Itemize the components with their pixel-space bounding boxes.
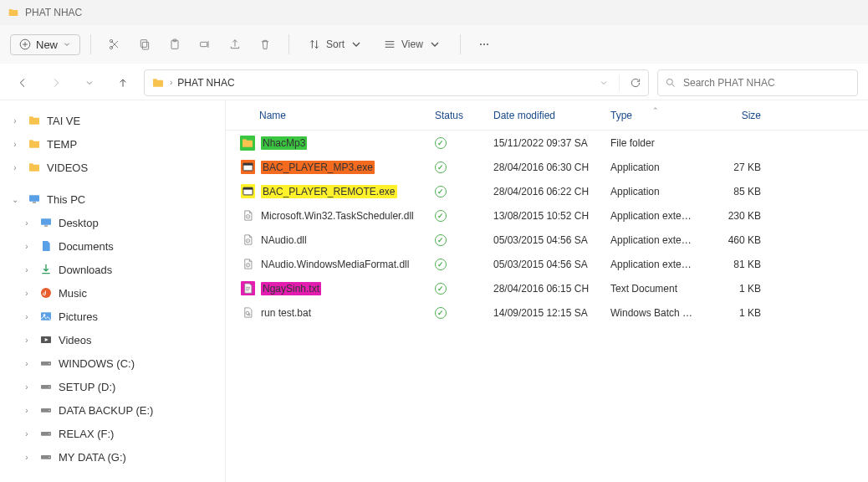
cell-type: Application exten... xyxy=(602,234,702,246)
column-size[interactable]: Size xyxy=(702,110,769,121)
chevron-right-icon[interactable]: › xyxy=(20,406,33,415)
column-date[interactable]: Date modified xyxy=(485,110,602,121)
file-row[interactable]: BAC_PLAYER_REMOTE.exe ✓ 28/04/2016 06:22… xyxy=(226,179,868,203)
chevron-right-icon[interactable]: › xyxy=(20,265,33,274)
up-button[interactable] xyxy=(110,70,135,95)
drive-icon xyxy=(38,356,54,371)
cell-date: 28/04/2016 06:22 CH xyxy=(485,186,602,197)
view-button[interactable]: View xyxy=(375,31,450,58)
cell-status: ✓ xyxy=(426,161,485,173)
chevron-right-icon[interactable]: › xyxy=(8,140,22,149)
file-row[interactable]: Microsoft.Win32.TaskScheduler.dll ✓ 13/0… xyxy=(226,203,868,228)
folder-icon xyxy=(27,136,42,151)
share-button[interactable] xyxy=(222,31,248,58)
sort-button[interactable]: Sort xyxy=(299,31,371,58)
sidebar-item-location[interactable]: › SETUP (D:) xyxy=(5,375,220,398)
sidebar-item-label: RELAX (F:) xyxy=(59,428,114,440)
sidebar-item-thispc[interactable]: ⌄ This PC xyxy=(5,187,220,211)
sidebar-item-location[interactable]: › RELAX (F:) xyxy=(5,422,220,445)
cut-button[interactable] xyxy=(101,31,128,58)
file-row[interactable]: run test.bat ✓ 14/09/2015 12:15 SA Windo… xyxy=(226,300,868,325)
column-type[interactable]: Type ⌃ xyxy=(602,110,702,121)
sidebar-item-label: Downloads xyxy=(59,264,112,276)
cell-date: 15/11/2022 09:37 SA xyxy=(485,137,602,149)
file-row[interactable]: NgaySinh.txt ✓ 28/04/2016 06:15 CH Text … xyxy=(226,276,868,300)
new-button[interactable]: New xyxy=(10,34,80,55)
cell-status: ✓ xyxy=(426,233,485,246)
delete-button[interactable] xyxy=(252,31,278,58)
svg-point-23 xyxy=(49,387,49,387)
sidebar-item-location[interactable]: › DATA BACKUP (E:) xyxy=(5,398,220,422)
chevron-down-icon[interactable] xyxy=(599,78,609,88)
sidebar-item-location[interactable]: › Music xyxy=(5,281,220,305)
chevron-right-icon[interactable]: › xyxy=(20,242,33,251)
cell-name: NAudio.WindowsMediaFormat.dll xyxy=(226,258,426,271)
sidebar-item-label: Desktop xyxy=(59,217,99,229)
chevron-right-icon[interactable]: › xyxy=(8,163,22,172)
sidebar-item-location[interactable]: › MY DATA (G:) xyxy=(5,445,220,469)
search-icon xyxy=(665,77,677,89)
chevron-down-icon[interactable]: ⌄ xyxy=(8,195,22,204)
file-name: NAudio.dll xyxy=(261,234,307,246)
chevron-right-icon[interactable]: › xyxy=(20,336,33,345)
file-row[interactable]: NhacMp3 ✓ 15/11/2022 09:37 SA File folde… xyxy=(226,131,868,155)
chevron-right-icon[interactable]: › xyxy=(20,312,33,321)
sync-ok-icon: ✓ xyxy=(435,210,447,222)
chevron-right-icon[interactable]: › xyxy=(20,429,33,438)
sidebar-item-location[interactable]: › Videos xyxy=(5,328,220,351)
new-label: New xyxy=(36,38,58,51)
file-name: run test.bat xyxy=(261,307,311,319)
sidebar-item-location[interactable]: › Downloads xyxy=(5,258,220,281)
chevron-right-icon[interactable]: › xyxy=(8,116,22,126)
file-row[interactable]: NAudio.WindowsMediaFormat.dll ✓ 05/03/20… xyxy=(226,252,868,276)
sidebar-item-location[interactable]: › Desktop xyxy=(5,211,220,234)
recent-button[interactable] xyxy=(77,70,102,95)
sidebar-item-location[interactable]: › Documents xyxy=(5,234,220,258)
refresh-icon[interactable] xyxy=(630,77,641,89)
cell-status: ✓ xyxy=(426,209,485,222)
breadcrumb[interactable]: PHAT NHAC xyxy=(177,77,234,89)
sidebar-item-location[interactable]: › Pictures xyxy=(5,305,220,328)
more-button[interactable] xyxy=(471,31,498,58)
svg-rect-4 xyxy=(140,40,146,48)
search-input[interactable] xyxy=(683,77,850,89)
view-label: View xyxy=(401,38,423,50)
chevron-right-icon[interactable]: › xyxy=(20,453,33,462)
sidebar-item-label: Videos xyxy=(59,334,92,346)
chevron-right-icon[interactable]: › xyxy=(20,359,33,368)
forward-button[interactable] xyxy=(43,70,69,95)
txt-icon xyxy=(241,282,254,295)
sidebar-item-quick[interactable]: › VIDEOS xyxy=(5,156,220,179)
cell-name: BAC_PLAYER_REMOTE.exe xyxy=(226,185,426,198)
sort-icon xyxy=(308,38,321,51)
sidebar-item-quick[interactable]: › TAI VE xyxy=(5,109,220,132)
file-name: NgaySinh.txt xyxy=(261,282,321,295)
cell-name: Microsoft.Win32.TaskScheduler.dll xyxy=(226,209,426,223)
desktop-icon xyxy=(38,215,54,230)
view-icon xyxy=(383,38,396,51)
svg-rect-7 xyxy=(201,42,207,46)
sidebar-item-quick[interactable]: › TEMP xyxy=(5,132,220,156)
svg-point-35 xyxy=(247,216,248,217)
column-name[interactable]: Name xyxy=(226,110,426,121)
navigation-bar: › PHAT NHAC xyxy=(0,65,868,100)
content-area: › TAI VE› TEMP› VIDEOS ⌄ This PC › Deskt… xyxy=(0,100,868,482)
copy-button[interactable] xyxy=(131,31,158,58)
paste-button[interactable] xyxy=(161,31,188,58)
file-row[interactable]: NAudio.dll ✓ 05/03/2015 04:56 SA Applica… xyxy=(226,228,868,252)
chevron-right-icon[interactable]: › xyxy=(20,382,33,392)
separator xyxy=(460,34,461,54)
chevron-right-icon[interactable]: › xyxy=(20,218,33,228)
sidebar-item-label: WINDOWS (C:) xyxy=(59,357,135,370)
dll-icon xyxy=(241,258,254,271)
sidebar-item-label: Pictures xyxy=(59,310,98,323)
sidebar-item-location[interactable]: › WINDOWS (C:) xyxy=(5,351,220,375)
column-status[interactable]: Status xyxy=(426,110,485,121)
svg-rect-13 xyxy=(33,202,36,203)
back-button[interactable] xyxy=(10,70,35,95)
search-box[interactable] xyxy=(657,69,858,96)
rename-button[interactable] xyxy=(191,31,218,58)
chevron-right-icon[interactable]: › xyxy=(20,289,33,298)
file-row[interactable]: BAC_PLAYER_MP3.exe ✓ 28/04/2016 06:30 CH… xyxy=(226,155,868,179)
addressbar[interactable]: › PHAT NHAC xyxy=(144,69,649,96)
